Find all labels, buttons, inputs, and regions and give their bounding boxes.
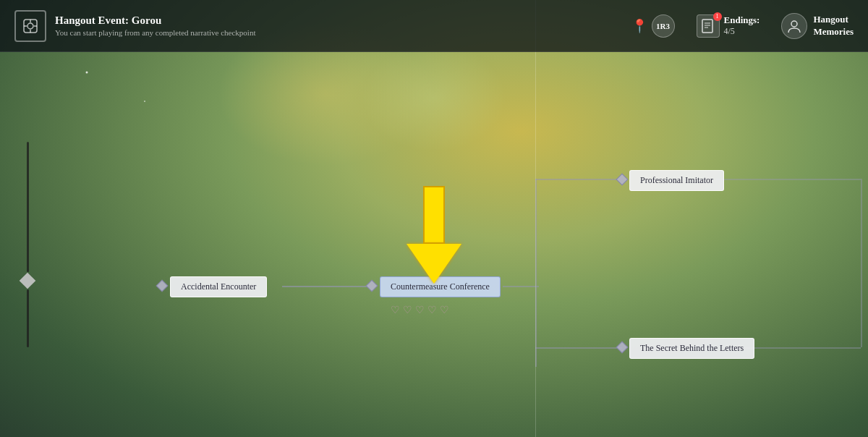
book-icon: 1 bbox=[697, 14, 720, 38]
header-right-section: 📍 1R3 1 Endings: 4/5 bbox=[631, 13, 854, 39]
endings-label: Endings: bbox=[724, 14, 760, 26]
panel-divider bbox=[535, 0, 536, 437]
left-nav-control[interactable] bbox=[22, 142, 33, 347]
connector-diamond-secret bbox=[616, 341, 629, 354]
event-icon bbox=[14, 10, 46, 42]
arrow-head bbox=[407, 244, 461, 284]
line-professional-right bbox=[716, 179, 861, 180]
nav-diamond[interactable] bbox=[20, 273, 36, 289]
memories-label: HangoutMemories bbox=[813, 14, 854, 38]
heart-2: ♡ bbox=[403, 304, 412, 316]
hearts-row: ♡ ♡ ♡ ♡ ♡ bbox=[391, 304, 449, 316]
header-bar: Hangout Event: Gorou You can start playi… bbox=[0, 0, 868, 52]
professional-imitator-node[interactable]: Professional Imitator bbox=[629, 170, 724, 191]
map-area: Accidental Encounter Countermeasure Conf… bbox=[0, 52, 868, 437]
heart-3: ♡ bbox=[415, 304, 425, 316]
event-title: Hangout Event: Gorou bbox=[55, 14, 255, 27]
heart-4: ♡ bbox=[427, 304, 437, 316]
line-to-professional-imitator bbox=[535, 179, 622, 180]
header-left-section: Hangout Event: Gorou You can start playi… bbox=[14, 10, 255, 42]
memories-avatar-icon bbox=[781, 13, 807, 39]
svg-point-50 bbox=[791, 21, 797, 27]
right-far-vertical-line bbox=[861, 179, 862, 347]
accidental-encounter-node[interactable]: Accidental Encounter bbox=[170, 276, 267, 297]
nav-line bbox=[27, 142, 29, 272]
location-badge[interactable]: 📍 1R3 bbox=[631, 14, 675, 38]
line-to-secret-letters bbox=[535, 347, 622, 349]
nav-line-bottom bbox=[27, 289, 29, 347]
hangout-memories-button[interactable]: HangoutMemories bbox=[781, 13, 854, 39]
notification-dot: 1 bbox=[713, 12, 722, 21]
connector-diamond-countermeasure bbox=[366, 280, 378, 292]
heart-5: ♡ bbox=[440, 304, 449, 316]
line-accidental-to-countermeasure bbox=[282, 286, 369, 287]
line-to-right-panel bbox=[503, 286, 539, 287]
heart-1: ♡ bbox=[391, 304, 400, 316]
location-marker: 1R3 bbox=[652, 14, 675, 38]
event-subtitle: You can start playing from any completed… bbox=[55, 28, 255, 37]
yellow-arrow-indicator bbox=[407, 186, 461, 284]
endings-info: Endings: 4/5 bbox=[724, 14, 760, 37]
svg-rect-46 bbox=[702, 20, 712, 33]
connector-diamond-accidental bbox=[156, 280, 169, 292]
arrow-shaft bbox=[423, 186, 445, 244]
svg-point-41 bbox=[27, 23, 33, 29]
book-badge[interactable]: 1 Endings: 4/5 bbox=[697, 14, 760, 38]
map-pin-icon: 📍 bbox=[631, 18, 647, 34]
event-info: Hangout Event: Gorou You can start playi… bbox=[55, 14, 255, 37]
secret-behind-letters-node[interactable]: The Secret Behind the Letters bbox=[629, 338, 754, 359]
connector-diamond-professional bbox=[616, 174, 629, 186]
endings-count: 4/5 bbox=[724, 26, 735, 37]
